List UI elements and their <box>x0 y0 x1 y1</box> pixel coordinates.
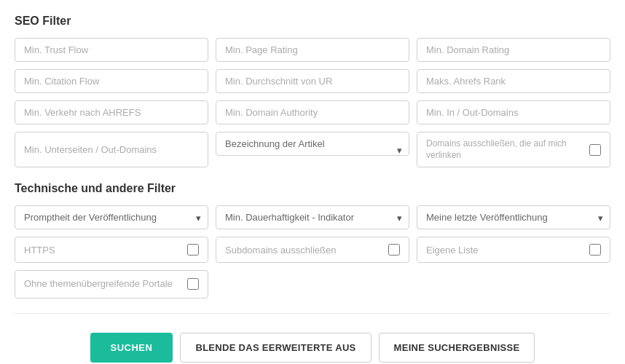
subdomains-label: Subdomains ausschließen <box>225 245 336 256</box>
technical-filter-row2: HTTPS Subdomains ausschließen Eigene Lis… <box>15 237 610 263</box>
domains-ausschliessen-label: Domains ausschließen, die auf mich verli… <box>426 138 583 161</box>
subdomains-checkbox-wrapper: Subdomains ausschließen <box>216 237 409 263</box>
technical-filter-title: Technische und andere Filter <box>15 182 610 195</box>
seo-filter-title: SEO Filter <box>15 15 610 28</box>
bezeichnung-select-wrapper: Bezeichnung der Artikel <box>216 132 409 167</box>
min-domain-authority-input[interactable] <box>216 100 409 124</box>
bezeichnung-select[interactable]: Bezeichnung der Artikel <box>216 132 409 156</box>
dauerhaftigkeit-select-wrapper: Min. Dauerhaftigkeit - Indikator <box>216 205 409 229</box>
promptheit-select[interactable]: Promptheit der Veröffentlichung <box>15 205 208 229</box>
min-page-rating-input[interactable] <box>216 38 409 62</box>
letzte-veroeffentlichung-select-wrapper: Meine letzte Veröffentlichung <box>417 205 610 229</box>
my-results-button[interactable]: MEINE SUCHERGEBNISSE <box>379 333 535 363</box>
seo-filter-row1 <box>15 38 610 62</box>
min-durchschnitt-ur-input[interactable] <box>216 69 409 93</box>
ohne-themen-label: Ohne themenübergreifende Portale <box>24 278 173 290</box>
min-citation-flow-input[interactable] <box>15 69 208 93</box>
eigene-liste-checkbox-wrapper: Eigene Liste <box>417 237 610 263</box>
promptheit-select-wrapper: Promptheit der Veröffentlichung <box>15 205 208 229</box>
domains-ausschliessen-checkbox-wrapper: Domains ausschließen, die auf mich verli… <box>417 132 610 167</box>
domains-ausschliessen-checkbox[interactable] <box>589 144 601 156</box>
https-checkbox[interactable] <box>187 244 199 256</box>
seo-filter-section: SEO Filter Bezeichnung der Artikel Domai… <box>15 15 610 167</box>
eigene-liste-checkbox[interactable] <box>589 244 601 256</box>
dauerhaftigkeit-select[interactable]: Min. Dauerhaftigkeit - Indikator <box>216 205 409 229</box>
subdomains-checkbox[interactable] <box>388 244 400 256</box>
letzte-veroeffentlichung-select[interactable]: Meine letzte Veröffentlichung <box>417 205 610 229</box>
technical-filter-row3: Ohne themenübergreifende Portale <box>15 270 610 298</box>
min-unterseiten-outdomains-input[interactable] <box>15 132 208 167</box>
technical-filter-row1: Promptheit der Veröffentlichung Min. Dau… <box>15 205 610 229</box>
footer-divider <box>15 313 610 314</box>
seo-filter-row2 <box>15 69 610 93</box>
seo-filter-row3 <box>15 100 610 124</box>
search-button[interactable]: SUCHEN <box>90 333 173 363</box>
min-trust-flow-input[interactable] <box>15 38 208 62</box>
min-verkehr-ahrefs-input[interactable] <box>15 100 208 124</box>
min-in-out-domains-input[interactable] <box>417 100 610 124</box>
ohne-themen-checkbox[interactable] <box>187 278 199 290</box>
technical-filter-section: Technische und andere Filter Promptheit … <box>15 182 610 298</box>
footer-buttons: SUCHEN BLENDE DAS EERWEITERTE AUS MEINE … <box>15 325 610 363</box>
toggle-advanced-button[interactable]: BLENDE DAS EERWEITERTE AUS <box>180 333 371 363</box>
min-domain-rating-input[interactable] <box>417 38 610 62</box>
maks-ahrefs-rank-input[interactable] <box>417 69 610 93</box>
ohne-themen-checkbox-wrapper: Ohne themenübergreifende Portale <box>15 270 208 298</box>
https-label: HTTPS <box>24 245 55 256</box>
eigene-liste-label: Eigene Liste <box>426 245 479 256</box>
https-checkbox-wrapper: HTTPS <box>15 237 208 263</box>
seo-filter-row4: Bezeichnung der Artikel Domains ausschli… <box>15 132 610 167</box>
